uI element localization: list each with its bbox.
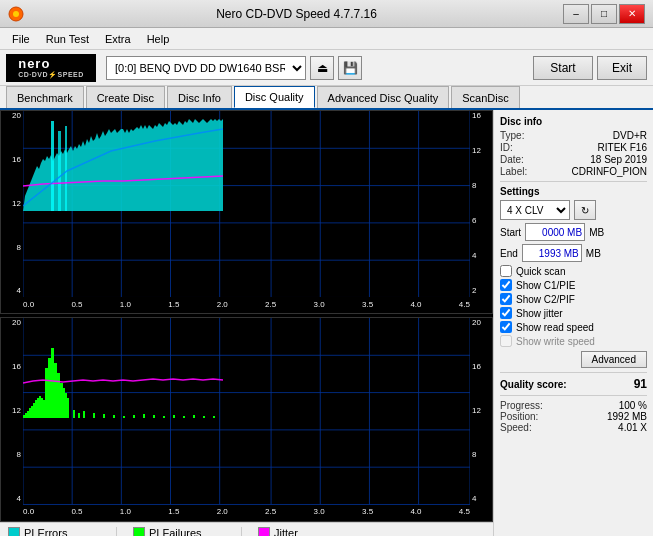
speed-row-prog: Speed: 4.01 X — [500, 422, 647, 433]
svg-rect-58 — [83, 411, 85, 418]
advanced-button[interactable]: Advanced — [581, 351, 647, 368]
show-c1-checkbox[interactable] — [500, 279, 512, 291]
speed-row: 4 X CLV 1 X CLV 2 X CLV 8 X CLV ↻ — [500, 200, 647, 220]
tab-bar: Benchmark Create Disc Disc Info Disc Qua… — [0, 86, 653, 110]
menu-help[interactable]: Help — [139, 31, 178, 47]
settings-refresh-button[interactable]: ↻ — [574, 200, 596, 220]
tab-benchmark[interactable]: Benchmark — [6, 86, 84, 108]
position-label: Position: — [500, 411, 538, 422]
drive-select[interactable]: [0:0] BENQ DVD DD DW1640 BSRB — [106, 56, 306, 80]
show-c2-checkbox[interactable] — [500, 293, 512, 305]
disc-type-key: Type: — [500, 130, 524, 141]
svg-rect-59 — [93, 413, 95, 418]
show-jitter-checkbox[interactable] — [500, 307, 512, 319]
svg-rect-67 — [173, 415, 175, 418]
minimize-button[interactable]: – — [563, 4, 589, 24]
svg-rect-50 — [54, 363, 57, 418]
stat-group-pif: PI Failures Average: 0.15 Maximum: 15 To… — [133, 527, 225, 536]
progress-label: Progress: — [500, 400, 543, 411]
right-panel: Disc info Type: DVD+R ID: RITEK F16 Date… — [493, 110, 653, 536]
svg-rect-62 — [123, 416, 125, 418]
chart-top-svg — [23, 111, 470, 297]
speed-select[interactable]: 4 X CLV 1 X CLV 2 X CLV 8 X CLV — [500, 200, 570, 220]
end-input[interactable] — [522, 244, 582, 262]
end-row: End MB — [500, 244, 647, 262]
svg-rect-48 — [48, 358, 51, 418]
divider-2 — [500, 372, 647, 373]
stat-divider-1 — [116, 527, 117, 536]
progress-section: Progress: 100 % Position: 1992 MB Speed:… — [500, 400, 647, 433]
tab-create-disc[interactable]: Create Disc — [86, 86, 165, 108]
chart-bottom-svg — [23, 318, 470, 504]
eject-button[interactable]: ⏏ — [310, 56, 334, 80]
quick-scan-checkbox[interactable] — [500, 265, 512, 277]
svg-rect-42 — [35, 400, 37, 418]
disc-type-row: Type: DVD+R — [500, 130, 647, 141]
tab-disc-info[interactable]: Disc Info — [167, 86, 232, 108]
maximize-button[interactable]: □ — [591, 4, 617, 24]
save-button[interactable]: 💾 — [338, 56, 362, 80]
disc-type-val: DVD+R — [613, 130, 647, 141]
disc-id-key: ID: — [500, 142, 513, 153]
svg-rect-37 — [25, 413, 27, 418]
disc-id-val: RITEK F16 — [598, 142, 647, 153]
quality-val: 91 — [634, 377, 647, 391]
x-axis-bottom: 0.0 0.5 1.0 1.5 2.0 2.5 3.0 3.5 4.0 4.5 — [23, 503, 470, 521]
show-c2-label: Show C2/PIF — [516, 294, 575, 305]
close-button[interactable]: ✕ — [619, 4, 645, 24]
svg-rect-60 — [103, 414, 105, 418]
progress-row: Progress: 100 % — [500, 400, 647, 411]
chart-bottom-inner — [23, 318, 470, 504]
tab-disc-quality[interactable]: Disc Quality — [234, 86, 315, 108]
show-write-label: Show write speed — [516, 336, 595, 347]
exit-button[interactable]: Exit — [597, 56, 647, 80]
show-c1-row: Show C1/PIE — [500, 279, 647, 291]
svg-rect-63 — [133, 415, 135, 418]
svg-rect-61 — [113, 415, 115, 418]
svg-point-1 — [13, 11, 19, 17]
svg-rect-39 — [29, 408, 31, 418]
svg-rect-55 — [67, 398, 69, 418]
svg-rect-47 — [45, 368, 48, 418]
pif-legend: PI Failures — [133, 527, 225, 536]
title-bar: Nero CD-DVD Speed 4.7.7.16 – □ ✕ — [0, 0, 653, 28]
tab-scandisc[interactable]: ScanDisc — [451, 86, 519, 108]
disc-info-title: Disc info — [500, 116, 647, 127]
show-read-label: Show read speed — [516, 322, 594, 333]
y-axis-right-top: 16 12 8 6 4 2 — [470, 111, 492, 295]
svg-rect-66 — [163, 416, 165, 418]
menu-file[interactable]: File — [4, 31, 38, 47]
svg-rect-44 — [39, 396, 41, 418]
disc-id-row: ID: RITEK F16 — [500, 142, 647, 153]
show-read-row: Show read speed — [500, 321, 647, 333]
position-val: 1992 MB — [607, 411, 647, 422]
svg-rect-38 — [27, 411, 29, 418]
svg-rect-54 — [65, 393, 67, 418]
divider-1 — [500, 181, 647, 182]
disc-date-row: Date: 18 Sep 2019 — [500, 154, 647, 165]
settings-title: Settings — [500, 186, 647, 197]
start-input[interactable] — [525, 223, 585, 241]
stat-divider-2 — [241, 527, 242, 536]
svg-rect-20 — [65, 126, 67, 211]
menu-extra[interactable]: Extra — [97, 31, 139, 47]
disc-label-key: Label: — [500, 166, 527, 177]
svg-rect-69 — [193, 415, 195, 418]
pie-legend: PI Errors — [8, 527, 100, 536]
show-read-checkbox[interactable] — [500, 321, 512, 333]
start-button[interactable]: Start — [533, 56, 593, 80]
pif-label: PI Failures — [149, 527, 202, 536]
chart-top: 20 16 12 8 4 16 12 8 6 4 2 — [0, 110, 493, 314]
app-icon — [8, 6, 24, 22]
svg-rect-41 — [33, 403, 35, 418]
menu-run-test[interactable]: Run Test — [38, 31, 97, 47]
stat-group-pie: PI Errors Average: 1.98 Maximum: 17 Tota… — [8, 527, 100, 536]
start-mb: MB — [589, 227, 604, 238]
tab-advanced-disc-quality[interactable]: Advanced Disc Quality — [317, 86, 450, 108]
pie-label: PI Errors — [24, 527, 67, 536]
svg-rect-51 — [57, 373, 60, 418]
svg-rect-56 — [73, 410, 75, 418]
pif-legend-box — [133, 527, 145, 536]
y-axis-left-bottom: 20 16 12 8 4 — [1, 318, 23, 502]
svg-rect-46 — [43, 400, 45, 418]
